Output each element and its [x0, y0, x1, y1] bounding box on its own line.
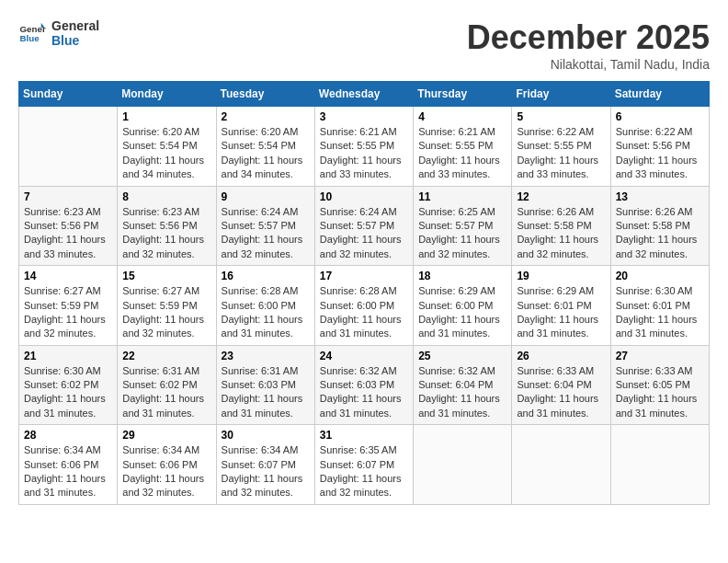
- day-cell: 9Sunrise: 6:24 AMSunset: 5:57 PMDaylight…: [216, 186, 314, 266]
- day-cell: 3Sunrise: 6:21 AMSunset: 5:55 PMDaylight…: [314, 107, 413, 187]
- day-info: Sunrise: 6:24 AMSunset: 5:57 PMDaylight:…: [222, 205, 310, 262]
- week-row-3: 14Sunrise: 6:27 AMSunset: 5:59 PMDayligh…: [19, 266, 710, 346]
- day-number: 8: [122, 190, 210, 203]
- logo: General Blue General Blue: [18, 18, 99, 48]
- day-number: 27: [616, 350, 704, 362]
- col-header-sunday: Sunday: [19, 82, 118, 107]
- day-info: Sunrise: 6:26 AMSunset: 5:58 PMDaylight:…: [517, 205, 605, 262]
- day-cell: [414, 425, 512, 505]
- day-cell: 12Sunrise: 6:26 AMSunset: 5:58 PMDayligh…: [512, 186, 610, 266]
- day-number: 22: [122, 350, 210, 362]
- day-info: Sunrise: 6:30 AMSunset: 6:02 PMDaylight:…: [24, 364, 112, 421]
- day-number: 28: [24, 429, 112, 442]
- day-info: Sunrise: 6:21 AMSunset: 5:55 PMDaylight:…: [418, 125, 506, 182]
- day-info: Sunrise: 6:20 AMSunset: 5:54 PMDaylight:…: [222, 125, 310, 182]
- day-info: Sunrise: 6:24 AMSunset: 5:57 PMDaylight:…: [320, 205, 408, 262]
- day-cell: 14Sunrise: 6:27 AMSunset: 5:59 PMDayligh…: [19, 266, 118, 346]
- day-info: Sunrise: 6:26 AMSunset: 5:58 PMDaylight:…: [616, 205, 704, 262]
- svg-text:Blue: Blue: [20, 33, 40, 43]
- day-info: Sunrise: 6:33 AMSunset: 6:04 PMDaylight:…: [517, 364, 605, 421]
- day-number: 25: [418, 350, 506, 362]
- col-header-thursday: Thursday: [414, 82, 512, 107]
- day-cell: 27Sunrise: 6:33 AMSunset: 6:05 PMDayligh…: [610, 345, 709, 425]
- day-number: 24: [320, 350, 408, 362]
- day-number: 11: [418, 190, 506, 203]
- day-cell: 13Sunrise: 6:26 AMSunset: 5:58 PMDayligh…: [610, 186, 709, 266]
- day-cell: 23Sunrise: 6:31 AMSunset: 6:03 PMDayligh…: [216, 345, 314, 425]
- day-number: 7: [24, 190, 112, 203]
- day-cell: 26Sunrise: 6:33 AMSunset: 6:04 PMDayligh…: [512, 345, 610, 425]
- logo-line2: Blue: [51, 33, 99, 48]
- day-info: Sunrise: 6:27 AMSunset: 5:59 PMDaylight:…: [24, 284, 112, 341]
- col-header-saturday: Saturday: [610, 82, 709, 107]
- day-number: 1: [122, 110, 210, 123]
- day-info: Sunrise: 6:31 AMSunset: 6:02 PMDaylight:…: [122, 364, 210, 421]
- day-info: Sunrise: 6:33 AMSunset: 6:05 PMDaylight:…: [616, 364, 704, 421]
- day-cell: 6Sunrise: 6:22 AMSunset: 5:56 PMDaylight…: [610, 107, 709, 187]
- day-info: Sunrise: 6:20 AMSunset: 5:54 PMDaylight:…: [122, 125, 210, 182]
- week-row-2: 7Sunrise: 6:23 AMSunset: 5:56 PMDaylight…: [19, 186, 710, 266]
- day-cell: [512, 425, 610, 505]
- day-info: Sunrise: 6:32 AMSunset: 6:04 PMDaylight:…: [418, 364, 506, 421]
- logo-icon: General Blue: [18, 19, 46, 47]
- week-row-4: 21Sunrise: 6:30 AMSunset: 6:02 PMDayligh…: [19, 345, 710, 425]
- day-info: Sunrise: 6:34 AMSunset: 6:06 PMDaylight:…: [122, 443, 210, 500]
- day-cell: 29Sunrise: 6:34 AMSunset: 6:06 PMDayligh…: [118, 425, 216, 505]
- day-number: 2: [222, 110, 310, 123]
- col-header-wednesday: Wednesday: [314, 82, 413, 107]
- day-number: 16: [222, 270, 310, 282]
- day-number: 6: [616, 110, 704, 123]
- day-cell: 8Sunrise: 6:23 AMSunset: 5:56 PMDaylight…: [118, 186, 216, 266]
- day-info: Sunrise: 6:25 AMSunset: 5:57 PMDaylight:…: [418, 205, 506, 262]
- day-info: Sunrise: 6:29 AMSunset: 6:00 PMDaylight:…: [418, 284, 506, 341]
- day-info: Sunrise: 6:21 AMSunset: 5:55 PMDaylight:…: [320, 125, 408, 182]
- week-row-5: 28Sunrise: 6:34 AMSunset: 6:06 PMDayligh…: [19, 425, 710, 505]
- day-cell: 18Sunrise: 6:29 AMSunset: 6:00 PMDayligh…: [414, 266, 512, 346]
- day-cell: 24Sunrise: 6:32 AMSunset: 6:03 PMDayligh…: [314, 345, 413, 425]
- day-number: 13: [616, 190, 704, 203]
- day-number: 26: [517, 350, 605, 362]
- day-info: Sunrise: 6:31 AMSunset: 6:03 PMDaylight:…: [222, 364, 310, 421]
- day-cell: 30Sunrise: 6:34 AMSunset: 6:07 PMDayligh…: [216, 425, 314, 505]
- day-info: Sunrise: 6:23 AMSunset: 5:56 PMDaylight:…: [24, 205, 112, 262]
- location-subtitle: Nilakottai, Tamil Nadu, India: [467, 57, 710, 72]
- day-number: 18: [418, 270, 506, 282]
- title-block: December 2025 Nilakottai, Tamil Nadu, In…: [467, 18, 710, 72]
- day-info: Sunrise: 6:28 AMSunset: 6:00 PMDaylight:…: [222, 284, 310, 341]
- day-cell: 7Sunrise: 6:23 AMSunset: 5:56 PMDaylight…: [19, 186, 118, 266]
- day-info: Sunrise: 6:29 AMSunset: 6:01 PMDaylight:…: [517, 284, 605, 341]
- week-row-1: 1Sunrise: 6:20 AMSunset: 5:54 PMDaylight…: [19, 107, 710, 187]
- col-header-monday: Monday: [118, 82, 216, 107]
- day-number: 19: [517, 270, 605, 282]
- day-number: 10: [320, 190, 408, 203]
- day-number: 17: [320, 270, 408, 282]
- col-header-tuesday: Tuesday: [216, 82, 314, 107]
- day-number: 4: [418, 110, 506, 123]
- month-title: December 2025: [467, 18, 710, 57]
- day-info: Sunrise: 6:28 AMSunset: 6:00 PMDaylight:…: [320, 284, 408, 341]
- day-cell: 19Sunrise: 6:29 AMSunset: 6:01 PMDayligh…: [512, 266, 610, 346]
- day-number: 9: [222, 190, 310, 203]
- day-cell: [610, 425, 709, 505]
- day-cell: 28Sunrise: 6:34 AMSunset: 6:06 PMDayligh…: [19, 425, 118, 505]
- day-cell: 16Sunrise: 6:28 AMSunset: 6:00 PMDayligh…: [216, 266, 314, 346]
- day-number: 20: [616, 270, 704, 282]
- day-cell: 22Sunrise: 6:31 AMSunset: 6:02 PMDayligh…: [118, 345, 216, 425]
- day-cell: 5Sunrise: 6:22 AMSunset: 5:55 PMDaylight…: [512, 107, 610, 187]
- day-number: 30: [222, 429, 310, 442]
- day-number: 21: [24, 350, 112, 362]
- day-cell: 31Sunrise: 6:35 AMSunset: 6:07 PMDayligh…: [314, 425, 413, 505]
- day-info: Sunrise: 6:34 AMSunset: 6:07 PMDaylight:…: [222, 443, 310, 500]
- day-info: Sunrise: 6:27 AMSunset: 5:59 PMDaylight:…: [122, 284, 210, 341]
- day-number: 15: [122, 270, 210, 282]
- day-number: 31: [320, 429, 408, 442]
- page-header: General Blue General Blue December 2025 …: [18, 18, 710, 72]
- day-info: Sunrise: 6:22 AMSunset: 5:56 PMDaylight:…: [616, 125, 704, 182]
- day-cell: 11Sunrise: 6:25 AMSunset: 5:57 PMDayligh…: [414, 186, 512, 266]
- col-header-friday: Friday: [512, 82, 610, 107]
- day-cell: 4Sunrise: 6:21 AMSunset: 5:55 PMDaylight…: [414, 107, 512, 187]
- day-number: 29: [122, 429, 210, 442]
- day-cell: 15Sunrise: 6:27 AMSunset: 5:59 PMDayligh…: [118, 266, 216, 346]
- day-cell: 2Sunrise: 6:20 AMSunset: 5:54 PMDaylight…: [216, 107, 314, 187]
- day-number: 14: [24, 270, 112, 282]
